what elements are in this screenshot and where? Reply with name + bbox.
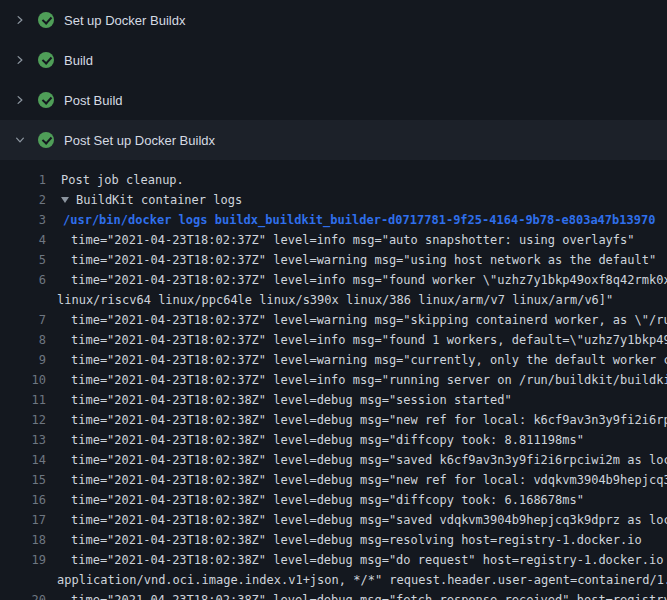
step-header-build[interactable]: Build [0,40,667,80]
log-line: application/vnd.oci.image.index.v1+json,… [0,570,667,590]
log-line: 7time="2021-04-23T18:02:37Z" level=warni… [0,310,667,330]
log-text: time="2021-04-23T18:02:38Z" level=debug … [46,430,667,450]
log-line: 20time="2021-04-23T18:02:38Z" level=debu… [0,590,667,600]
line-number[interactable]: 6 [0,270,46,290]
log-text: linux/riscv64 linux/ppc64le linux/s390x … [46,290,667,310]
line-number[interactable]: 4 [0,230,46,250]
log-line: 6time="2021-04-23T18:02:37Z" level=info … [0,270,667,290]
log-text: time="2021-04-23T18:02:37Z" level=info m… [46,270,667,290]
log-line: 1Post job cleanup. [0,170,667,190]
log-line: 3/usr/bin/docker logs buildx_buildkit_bu… [0,210,667,230]
log-line: 10time="2021-04-23T18:02:37Z" level=info… [0,370,667,390]
log-text: application/vnd.oci.image.index.v1+json,… [46,570,667,590]
log-line: 8time="2021-04-23T18:02:37Z" level=info … [0,330,667,350]
line-number[interactable]: 1 [0,170,46,190]
line-number[interactable]: 17 [0,510,46,530]
log-line: 9time="2021-04-23T18:02:37Z" level=warni… [0,350,667,370]
line-number[interactable]: 15 [0,470,46,490]
log-text: time="2021-04-23T18:02:38Z" level=debug … [46,530,667,550]
line-number[interactable]: 7 [0,310,46,330]
triangle-down-icon [61,197,69,203]
log-text: time="2021-04-23T18:02:37Z" level=warnin… [46,250,667,270]
log-group-toggle[interactable]: BuildKit container logs [46,190,667,210]
step-label: Post Build [64,93,123,108]
log-text: time="2021-04-23T18:02:37Z" level=info m… [46,330,667,350]
step-label: Set up Docker Buildx [64,13,185,28]
step-header-set-up-docker-buildx[interactable]: Set up Docker Buildx [0,0,667,40]
check-circle-icon [38,92,54,108]
line-number [0,290,46,310]
check-circle-icon [38,132,54,148]
line-number[interactable]: 14 [0,450,46,470]
step-label: Post Set up Docker Buildx [64,133,215,148]
log-text: time="2021-04-23T18:02:37Z" level=warnin… [46,310,667,330]
step-header-post-build[interactable]: Post Build [0,80,667,120]
log-area: 1Post job cleanup.2BuildKit container lo… [0,160,667,600]
chevron-right-icon [12,12,28,28]
log-text: time="2021-04-23T18:02:38Z" level=debug … [46,510,667,530]
log-line: 13time="2021-04-23T18:02:38Z" level=debu… [0,430,667,450]
actions-log-viewer: Set up Docker BuildxBuildPost BuildPost … [0,0,667,600]
log-line: 16time="2021-04-23T18:02:38Z" level=debu… [0,490,667,510]
log-text: time="2021-04-23T18:02:38Z" level=debug … [46,410,667,430]
log-text: time="2021-04-23T18:02:38Z" level=debug … [46,590,667,600]
line-number[interactable]: 18 [0,530,46,550]
log-text: time="2021-04-23T18:02:38Z" level=debug … [46,550,667,570]
log-line: 15time="2021-04-23T18:02:38Z" level=debu… [0,470,667,490]
log-line: 18time="2021-04-23T18:02:38Z" level=debu… [0,530,667,550]
line-number[interactable]: 9 [0,350,46,370]
line-number[interactable]: 5 [0,250,46,270]
log-text: time="2021-04-23T18:02:38Z" level=debug … [46,450,667,470]
log-line: 12time="2021-04-23T18:02:38Z" level=debu… [0,410,667,430]
log-text: time="2021-04-23T18:02:38Z" level=debug … [46,390,667,410]
log-line: 17time="2021-04-23T18:02:38Z" level=debu… [0,510,667,530]
log-text: time="2021-04-23T18:02:37Z" level=info m… [46,370,667,390]
line-number[interactable]: 8 [0,330,46,350]
log-line: 5time="2021-04-23T18:02:37Z" level=warni… [0,250,667,270]
log-line: 11time="2021-04-23T18:02:38Z" level=debu… [0,390,667,410]
log-text: time="2021-04-23T18:02:37Z" level=warnin… [46,350,667,370]
line-number[interactable]: 16 [0,490,46,510]
log-command-text: /usr/bin/docker logs buildx_buildkit_bui… [46,210,667,230]
log-text: time="2021-04-23T18:02:38Z" level=debug … [46,490,667,510]
line-number[interactable]: 20 [0,590,46,600]
log-line: linux/riscv64 linux/ppc64le linux/s390x … [0,290,667,310]
line-number[interactable]: 2 [0,190,46,210]
log-text: time="2021-04-23T18:02:38Z" level=debug … [46,470,667,490]
log-line: 4time="2021-04-23T18:02:37Z" level=info … [0,230,667,250]
log-text: time="2021-04-23T18:02:37Z" level=info m… [46,230,667,250]
line-number[interactable]: 13 [0,430,46,450]
log-line: 14time="2021-04-23T18:02:38Z" level=debu… [0,450,667,470]
log-text: Post job cleanup. [46,170,667,190]
chevron-down-icon [12,132,28,148]
line-number[interactable]: 11 [0,390,46,410]
line-number[interactable]: 10 [0,370,46,390]
step-header-post-set-up-docker-buildx[interactable]: Post Set up Docker Buildx [0,120,667,160]
chevron-right-icon [12,92,28,108]
line-number [0,570,46,590]
chevron-right-icon [12,52,28,68]
log-line: 2BuildKit container logs [0,190,667,210]
check-circle-icon [38,52,54,68]
line-number[interactable]: 3 [0,210,46,230]
check-circle-icon [38,12,54,28]
step-label: Build [64,53,93,68]
steps-list: Set up Docker BuildxBuildPost BuildPost … [0,0,667,160]
line-number[interactable]: 12 [0,410,46,430]
log-line: 19time="2021-04-23T18:02:38Z" level=debu… [0,550,667,570]
line-number[interactable]: 19 [0,550,46,570]
